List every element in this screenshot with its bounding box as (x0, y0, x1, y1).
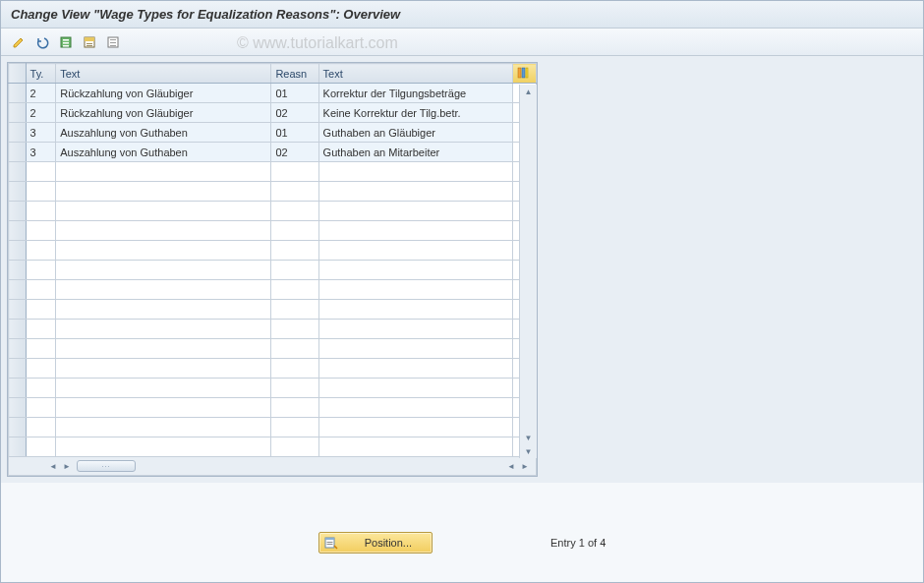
cell-reasn[interactable] (271, 320, 318, 339)
cell-text2[interactable] (318, 398, 512, 418)
cell-ty[interactable] (26, 437, 56, 457)
row-selector[interactable] (9, 261, 27, 280)
scroll-down-arrow-icon[interactable]: ▼ (520, 431, 537, 444)
cell-ty[interactable] (26, 300, 56, 320)
cell-text2[interactable] (318, 300, 512, 320)
cell-reasn[interactable] (271, 379, 318, 398)
cell-text1[interactable] (56, 241, 271, 261)
cell-text1[interactable] (56, 261, 271, 280)
row-selector[interactable] (9, 221, 27, 241)
cell-reasn[interactable]: 01 (271, 84, 318, 103)
cell-ty[interactable] (26, 359, 56, 379)
cell-text1[interactable] (56, 221, 271, 241)
cell-text1[interactable] (56, 398, 271, 418)
table-row-empty[interactable] (9, 241, 537, 261)
row-selector[interactable] (9, 300, 27, 320)
cell-reasn[interactable] (271, 162, 318, 182)
edit-icon[interactable] (9, 33, 29, 51)
cell-text2[interactable]: Korrektur der Tilgungsbeträge (318, 84, 512, 103)
cell-text2[interactable] (318, 221, 512, 241)
cell-ty[interactable] (26, 182, 56, 202)
table-row[interactable]: 2Rückzahlung von Gläubiger02Keine Korrek… (9, 103, 537, 123)
cell-text1[interactable]: Rückzahlung von Gläubiger (56, 103, 271, 123)
row-selector[interactable] (9, 280, 27, 300)
cell-reasn[interactable] (271, 261, 318, 280)
cell-ty[interactable] (26, 221, 56, 241)
row-selector[interactable] (9, 359, 27, 379)
cell-ty[interactable] (26, 398, 56, 418)
cell-reasn[interactable] (271, 221, 318, 241)
cell-text2[interactable] (318, 320, 512, 339)
cell-text2[interactable] (318, 437, 512, 457)
row-selector[interactable] (9, 320, 27, 339)
column-header-reasn[interactable]: Reasn (271, 64, 318, 84)
cell-text1[interactable] (56, 437, 271, 457)
cell-reasn[interactable] (271, 202, 318, 221)
cell-reasn[interactable]: 02 (271, 103, 318, 123)
cell-ty[interactable] (26, 379, 56, 398)
scroll-left-arrow-icon[interactable]: ◄ (46, 462, 60, 471)
cell-text1[interactable]: Rückzahlung von Gläubiger (56, 84, 271, 103)
table-row-empty[interactable] (9, 280, 537, 300)
cell-text1[interactable]: Auszahlung von Guthaben (56, 123, 271, 143)
cell-text2[interactable] (318, 182, 512, 202)
table-row[interactable]: 2Rückzahlung von Gläubiger01Korrektur de… (9, 84, 537, 103)
row-selector[interactable] (9, 182, 27, 202)
cell-text1[interactable] (56, 339, 271, 359)
cell-reasn[interactable] (271, 359, 318, 379)
cell-reasn[interactable] (271, 418, 318, 437)
cell-text2[interactable] (318, 339, 512, 359)
cell-reasn[interactable] (271, 300, 318, 320)
scroll-right-end-arrow-icon[interactable]: ► (518, 462, 532, 471)
table-row-empty[interactable] (9, 221, 537, 241)
row-selector[interactable] (9, 84, 27, 103)
select-block-icon[interactable] (80, 33, 99, 51)
cell-ty[interactable]: 3 (26, 143, 56, 162)
scroll-right-arrow-icon[interactable]: ► (60, 462, 74, 471)
cell-text2[interactable]: Keine Korrektur der Tilg.betr. (318, 103, 512, 123)
cell-ty[interactable] (26, 320, 56, 339)
cell-text2[interactable] (318, 379, 512, 398)
table-row-empty[interactable] (9, 437, 537, 457)
deselect-icon[interactable] (103, 33, 123, 51)
cell-reasn[interactable]: 01 (271, 123, 318, 143)
row-selector[interactable] (9, 123, 27, 143)
table-row-empty[interactable] (9, 202, 537, 221)
cell-text1[interactable] (56, 280, 271, 300)
table-row-empty[interactable] (9, 339, 537, 359)
table-row-empty[interactable] (9, 359, 537, 379)
row-selector[interactable] (9, 437, 27, 457)
cell-reasn[interactable] (271, 280, 318, 300)
cell-reasn[interactable] (271, 339, 318, 359)
undo-icon[interactable] (32, 33, 52, 51)
cell-text1[interactable] (56, 418, 271, 437)
table-row-empty[interactable] (9, 300, 537, 320)
vertical-scrollbar[interactable]: ▲ ▼ ▼ (519, 85, 537, 458)
cell-text2[interactable] (318, 241, 512, 261)
row-selector[interactable] (9, 202, 27, 221)
scroll-left-end-arrow-icon[interactable]: ◄ (504, 462, 518, 471)
cell-ty[interactable]: 2 (26, 103, 56, 123)
table-row[interactable]: 3Auszahlung von Guthaben01Guthaben an Gl… (9, 123, 537, 143)
cell-text2[interactable] (318, 162, 512, 182)
row-selector[interactable] (9, 398, 27, 418)
cell-ty[interactable] (26, 162, 56, 182)
row-selector[interactable] (9, 103, 27, 123)
cell-reasn[interactable] (271, 241, 318, 261)
scroll-up-arrow-icon[interactable]: ▲ (520, 85, 537, 98)
table-row-empty[interactable] (9, 418, 537, 437)
column-header-text2[interactable]: Text (318, 64, 512, 84)
table-row-empty[interactable] (9, 162, 537, 182)
table-row-empty[interactable] (9, 320, 537, 339)
cell-text1[interactable] (56, 202, 271, 221)
row-selector[interactable] (9, 379, 27, 398)
cell-text1[interactable] (56, 359, 271, 379)
table-row-empty[interactable] (9, 379, 537, 398)
table-row[interactable]: 3Auszahlung von Guthaben02Guthaben an Mi… (9, 143, 537, 162)
row-selector[interactable] (9, 162, 27, 182)
table-row-empty[interactable] (9, 261, 537, 280)
cell-text1[interactable] (56, 182, 271, 202)
horizontal-scrollbar[interactable]: ◄ ► ··· ◄ ► (9, 457, 537, 476)
cell-ty[interactable] (26, 280, 56, 300)
cell-text1[interactable] (56, 320, 271, 339)
